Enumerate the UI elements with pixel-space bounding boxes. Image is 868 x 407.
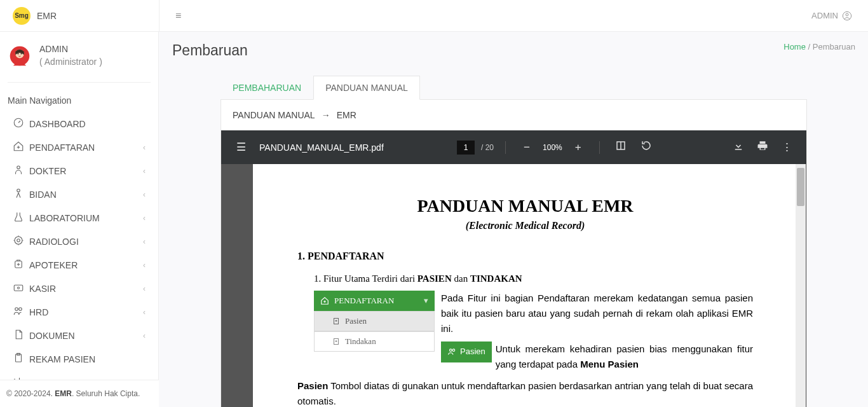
patient-record-icon <box>13 352 29 366</box>
nav-label: DOKTER <box>29 166 143 176</box>
sidebar: ADMIN ( Administrator ) Main Navigation … <box>0 32 159 407</box>
footer-text-post: . Seluruh Hak Cipta. <box>72 389 140 398</box>
sidebar-item-laboratorium[interactable]: LABORATORIUM‹ <box>0 206 158 230</box>
breadcrumb-current: Pembaruan <box>813 42 855 52</box>
chevron-left-icon: ‹ <box>143 284 146 293</box>
midwife-icon <box>13 188 29 201</box>
page-title: Pembaruan <box>172 42 248 59</box>
fig-row-pasien: Pasien <box>314 311 435 331</box>
fig-pasien-button: Pasien <box>441 341 492 362</box>
svg-point-4 <box>17 53 18 54</box>
tab-pembaharuan[interactable]: PEMBAHARUAN <box>220 76 313 100</box>
doc-section-1: 1. PENDAFTARAN <box>297 251 753 262</box>
rotate-icon[interactable] <box>637 140 656 155</box>
panel-header-2: EMR <box>337 110 356 120</box>
sidebar-toggle-icon[interactable]: ≡ <box>175 10 181 22</box>
radiology-icon <box>13 235 29 248</box>
nav-label: DASHBOARD <box>29 119 146 129</box>
chevron-left-icon: ‹ <box>143 214 146 223</box>
chevron-left-icon: ‹ <box>143 308 146 317</box>
print-icon[interactable] <box>753 140 772 155</box>
more-icon[interactable]: ⋮ <box>777 141 796 154</box>
sidebar-item-apoteker[interactable]: APOTEKER‹ <box>0 253 158 277</box>
svg-point-1 <box>846 13 848 16</box>
document-icon <box>13 329 29 342</box>
sidebar-user-name: ADMIN <box>39 43 102 56</box>
svg-point-12 <box>15 237 22 244</box>
user-circle-icon <box>842 11 852 21</box>
footer: © 2020-2024. EMR. Seluruh Hak Cipta. <box>0 380 159 407</box>
main: Pembaruan Home / Pembaruan PEMBAHARUAN P… <box>159 32 868 407</box>
sidebar-item-dokumen[interactable]: DOKUMEN‹ <box>0 324 158 347</box>
sidebar-item-pendaftaran[interactable]: PENDAFTARAN‹ <box>0 135 158 159</box>
sidebar-item-bidan[interactable]: BIDAN‹ <box>0 183 158 206</box>
zoom-out-icon[interactable]: − <box>517 141 536 154</box>
nav-section-title: Main Navigation <box>0 85 158 112</box>
pdf-toolbar-right: ⋮ <box>729 140 796 155</box>
sidebar-item-rekam-pasien[interactable]: REKAM PASIEN <box>0 347 158 371</box>
cashier-icon <box>13 282 29 295</box>
pdf-page-input[interactable] <box>457 141 475 155</box>
sidebar-item-hrd[interactable]: HRD‹ <box>0 300 158 324</box>
sidebar-item-dokter[interactable]: DOKTER‹ <box>0 159 158 183</box>
footer-text-pre: © 2020-2024. <box>6 389 55 398</box>
svg-point-10 <box>17 189 20 192</box>
panel-header-1: PANDUAN MANUAL <box>233 110 315 120</box>
nav-label: HRD <box>29 307 143 317</box>
avatar <box>9 45 31 67</box>
breadcrumb-home[interactable]: Home <box>783 42 806 52</box>
sidebar-item-dashboard[interactable]: DASHBOARD <box>0 112 158 135</box>
pharmacy-icon <box>13 258 29 272</box>
sidebar-user-info: ADMIN ( Administrator ) <box>39 43 102 68</box>
doc-paragraph-1: Pada Fitur ini bagian Pendaftaran mereka… <box>441 291 753 372</box>
sidebar-item-radiologi[interactable]: RADIOLOGI‹ <box>0 230 158 253</box>
nav-label: RADIOLOGI <box>29 237 143 247</box>
divider <box>505 141 506 154</box>
lab-icon <box>13 211 29 224</box>
chevron-left-icon: ‹ <box>143 190 146 199</box>
tabs: PEMBAHARUAN PANDUAN MANUAL <box>220 76 855 100</box>
chevron-left-icon: ‹ <box>143 331 146 340</box>
dashboard-icon <box>13 117 29 130</box>
fig-row-tindakan: Tindakan <box>314 331 435 352</box>
zoom-in-icon[interactable]: + <box>569 141 588 154</box>
sidebar-item-kasir[interactable]: KASIR‹ <box>0 277 158 300</box>
breadcrumb: Home / Pembaruan <box>783 42 855 52</box>
download-icon[interactable] <box>729 140 748 155</box>
scrollbar[interactable] <box>796 164 806 407</box>
topbar-left: Smg EMR <box>0 7 159 25</box>
doc-figure-sidebar: PENDAFTARAN ▾ Pasien Tindakan <box>314 291 435 372</box>
svg-point-32 <box>450 349 452 352</box>
user-menu[interactable]: ADMIN <box>811 11 852 21</box>
svg-point-9 <box>17 166 20 169</box>
pdf-menu-icon[interactable]: ☰ <box>231 141 250 154</box>
panel-header: PANDUAN MANUAL → EMR <box>221 100 806 130</box>
doc-list-item-1: 1. Fitur Utama Terdiri dari PASIEN dan T… <box>314 273 753 284</box>
doc-title: PANDUAN MANUAL EMR <box>297 196 753 216</box>
pdf-page: PANDUAN MANUAL EMR (Electronic Medical R… <box>253 164 797 407</box>
svg-point-19 <box>19 308 22 311</box>
svg-point-33 <box>452 349 455 352</box>
sidebar-user-role: ( Administrator ) <box>39 56 102 69</box>
divider <box>599 141 600 154</box>
home-plus-icon <box>13 141 29 154</box>
nav-label: DOKUMEN <box>29 331 143 341</box>
nav-label: REKAM PASIEN <box>29 354 146 364</box>
sidebar-user-block: ADMIN ( Administrator ) <box>0 32 158 79</box>
nav-label: BIDAN <box>29 190 143 200</box>
pdf-viewport[interactable]: PANDUAN MANUAL EMR (Electronic Medical R… <box>221 164 806 407</box>
pdf-zoom-level: 100% <box>543 143 562 152</box>
fig-pendaftaran-header: PENDAFTARAN ▾ <box>314 291 435 311</box>
user-menu-label: ADMIN <box>811 11 838 20</box>
pdf-filename: PANDUAN_MANUAL_EMR.pdf <box>259 142 384 153</box>
tab-panduan-manual[interactable]: PANDUAN MANUAL <box>313 76 420 100</box>
doc-paragraph-2: Pasien Tombol diatas di gunakan untuk me… <box>297 378 753 407</box>
chevron-left-icon: ‹ <box>143 143 146 152</box>
pdf-toolbar: ☰ PANDUAN_MANUAL_EMR.pdf / 20 − 100% + <box>221 130 806 164</box>
topbar: Smg EMR ≡ ADMIN <box>0 0 868 32</box>
scrollbar-thumb[interactable] <box>797 168 804 206</box>
nav-label: LABORATORIUM <box>29 213 143 223</box>
svg-point-17 <box>18 287 20 289</box>
fit-page-icon[interactable] <box>611 140 630 155</box>
arrow-right-icon: → <box>322 110 330 120</box>
